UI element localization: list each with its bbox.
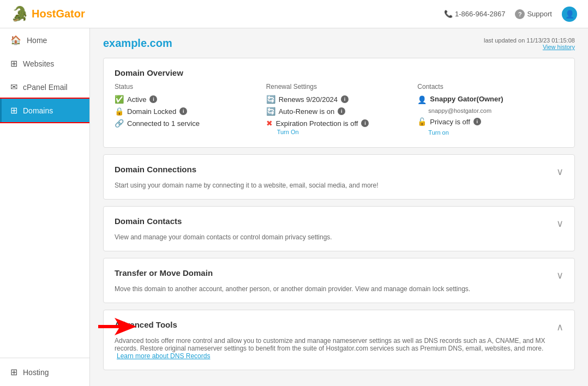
phone-number[interactable]: 📞 1-866-964-2867 bbox=[444, 10, 506, 18]
question-icon: ? bbox=[515, 9, 525, 19]
renews-info-icon[interactable]: i bbox=[341, 95, 349, 103]
autorenew-icon: 🔄 bbox=[266, 107, 275, 116]
logo-text: HostGator bbox=[32, 8, 85, 20]
logo[interactable]: 🐊 HostGator bbox=[11, 5, 85, 22]
sidebar-item-home[interactable]: 🏠 Home bbox=[0, 28, 89, 52]
active-label: Active bbox=[127, 95, 146, 104]
renew-icon: 🔄 bbox=[266, 95, 275, 104]
auto-renew-label: Auto-Renew is on bbox=[279, 107, 335, 116]
support-button[interactable]: ? Support bbox=[515, 9, 552, 19]
status-connected: 🔗 Connected to 1 service bbox=[115, 119, 261, 128]
transfer-domain-title: Transfer or Move Domain bbox=[115, 268, 213, 278]
privacy-info-icon[interactable]: i bbox=[473, 118, 481, 125]
domain-connections-header: Domain Connections ∨ bbox=[115, 165, 563, 178]
lock-icon: 🔒 bbox=[115, 107, 124, 116]
transfer-domain-header: Transfer or Move Domain ∨ bbox=[115, 268, 563, 282]
transfer-domain-card: Transfer or Move Domain ∨ Move this doma… bbox=[103, 258, 575, 303]
privacy-label: Privacy is off bbox=[430, 118, 470, 126]
active-info-icon[interactable]: i bbox=[149, 95, 157, 103]
exp-protection-icon: ✖ bbox=[266, 119, 273, 128]
main-content: example.com last updated on 11/13/23 01:… bbox=[90, 28, 588, 386]
domains-icon: ⊞ bbox=[10, 105, 17, 116]
domain-title: example.com bbox=[103, 37, 172, 50]
nav-right: 📞 1-866-964-2867 ? Support 👤 bbox=[444, 7, 577, 22]
exp-protection-item: ✖ Expiration Protection is off i Turn On bbox=[266, 119, 412, 135]
page-header: example.com last updated on 11/13/23 01:… bbox=[103, 37, 575, 50]
websites-icon: ⊞ bbox=[10, 58, 17, 69]
domain-connections-title: Domain Connections bbox=[115, 165, 196, 174]
domain-connections-subtitle: Start using your domain name by connecti… bbox=[115, 182, 563, 189]
sidebar-item-domains[interactable]: ⊞ Domains bbox=[0, 99, 89, 122]
advanced-tools-subtitle: Advanced tools offer more control and al… bbox=[115, 337, 563, 360]
logo-gator: 🐊 bbox=[11, 5, 28, 22]
auto-renew-info-icon[interactable]: i bbox=[338, 107, 345, 115]
status-column: Status ✅ Active i 🔒 Domain Locked i 🔗 Co… bbox=[115, 83, 261, 137]
home-icon: 🏠 bbox=[10, 35, 21, 45]
domain-connections-card: Domain Connections ∨ Start using your do… bbox=[103, 154, 575, 200]
advanced-tools-card: Advanced Tools ∧ Advanced tools offer mo… bbox=[103, 310, 575, 370]
email-icon: ✉ bbox=[10, 82, 17, 92]
privacy-turn-on-link[interactable]: Turn on bbox=[428, 129, 563, 136]
sidebar: 🏠 Home ⊞ Websites ✉ cPanel Email ⊞ Domai… bbox=[0, 28, 90, 386]
sidebar-item-cpanel-email[interactable]: ✉ cPanel Email bbox=[0, 75, 89, 99]
sidebar-item-hosting[interactable]: ⊞ Hosting bbox=[0, 360, 89, 384]
auto-renew-item: 🔄 Auto-Renew is on i bbox=[266, 107, 412, 116]
dns-records-link[interactable]: Learn more about DNS Records bbox=[117, 352, 210, 360]
last-updated: last updated on 11/13/23 01:15:08 bbox=[484, 37, 575, 44]
page-header-right: last updated on 11/13/23 01:15:08 View h… bbox=[484, 37, 575, 50]
privacy-icon: 🔓 bbox=[417, 117, 427, 126]
phone-icon: 📞 bbox=[444, 10, 453, 18]
status-active: ✅ Active i bbox=[115, 95, 261, 104]
privacy-item: 🔓 Privacy is off i Turn on bbox=[417, 117, 563, 136]
exp-protection-turn-on-link[interactable]: Turn On bbox=[277, 129, 412, 135]
exp-protection-label: Expiration Protection is off bbox=[276, 119, 358, 128]
hosting-icon: ⊞ bbox=[10, 367, 17, 377]
contact-email: snappy@hostgator.com bbox=[428, 107, 563, 114]
domain-connections-chevron[interactable]: ∨ bbox=[556, 166, 563, 178]
sidebar-bottom: ⊞ Hosting bbox=[0, 358, 89, 386]
user-avatar[interactable]: 👤 bbox=[562, 7, 577, 22]
sidebar-item-websites[interactable]: ⊞ Websites bbox=[0, 52, 89, 75]
contacts-col-title: Contacts bbox=[417, 83, 563, 91]
contacts-column: Contacts 👤 Snappy Gator(Owner) snappy@ho… bbox=[417, 83, 563, 137]
view-history-link[interactable]: View history bbox=[484, 44, 575, 50]
link-icon: 🔗 bbox=[115, 119, 124, 128]
advanced-tools-chevron[interactable]: ∧ bbox=[556, 321, 563, 333]
domain-contacts-chevron[interactable]: ∨ bbox=[556, 218, 563, 230]
check-icon: ✅ bbox=[115, 95, 124, 104]
advanced-tools-title: Advanced Tools bbox=[115, 320, 177, 329]
domain-locked-info-icon[interactable]: i bbox=[179, 107, 187, 115]
main-layout: 🏠 Home ⊞ Websites ✉ cPanel Email ⊞ Domai… bbox=[0, 28, 588, 386]
transfer-domain-chevron[interactable]: ∨ bbox=[556, 269, 563, 281]
connected-label: Connected to 1 service bbox=[127, 119, 200, 128]
status-col-title: Status bbox=[115, 83, 261, 91]
status-domain-locked: 🔒 Domain Locked i bbox=[115, 107, 261, 116]
overview-grid: Status ✅ Active i 🔒 Domain Locked i 🔗 Co… bbox=[115, 83, 563, 137]
top-navigation: 🐊 HostGator 📞 1-866-964-2867 ? Support 👤 bbox=[0, 0, 588, 28]
exp-protection-info-icon[interactable]: i bbox=[361, 119, 369, 127]
contact-name: Snappy Gator(Owner) bbox=[430, 95, 503, 103]
domain-overview-card: Domain Overview Status ✅ Active i 🔒 Doma… bbox=[103, 58, 575, 148]
domain-locked-label: Domain Locked bbox=[127, 107, 176, 116]
renews-item: 🔄 Renews 9/20/2024 i bbox=[266, 95, 412, 104]
person-icon: 👤 bbox=[417, 95, 427, 104]
domain-contacts-title: Domain Contacts bbox=[115, 216, 182, 226]
renewal-col-title: Renewal Settings bbox=[266, 83, 412, 91]
contact-name-item: 👤 Snappy Gator(Owner) bbox=[417, 95, 563, 104]
advanced-tools-header: Advanced Tools ∧ bbox=[115, 320, 563, 334]
domain-contacts-subtitle: View and manage your domain contacts or … bbox=[115, 233, 563, 241]
domain-contacts-card: Domain Contacts ∨ View and manage your d… bbox=[103, 206, 575, 251]
renewal-column: Renewal Settings 🔄 Renews 9/20/2024 i 🔄 … bbox=[266, 83, 412, 137]
transfer-domain-subtitle: Move this domain to another account, ano… bbox=[115, 285, 563, 293]
domain-overview-title: Domain Overview bbox=[115, 68, 563, 77]
domain-contacts-header: Domain Contacts ∨ bbox=[115, 216, 563, 230]
renews-label: Renews 9/20/2024 bbox=[279, 95, 338, 104]
